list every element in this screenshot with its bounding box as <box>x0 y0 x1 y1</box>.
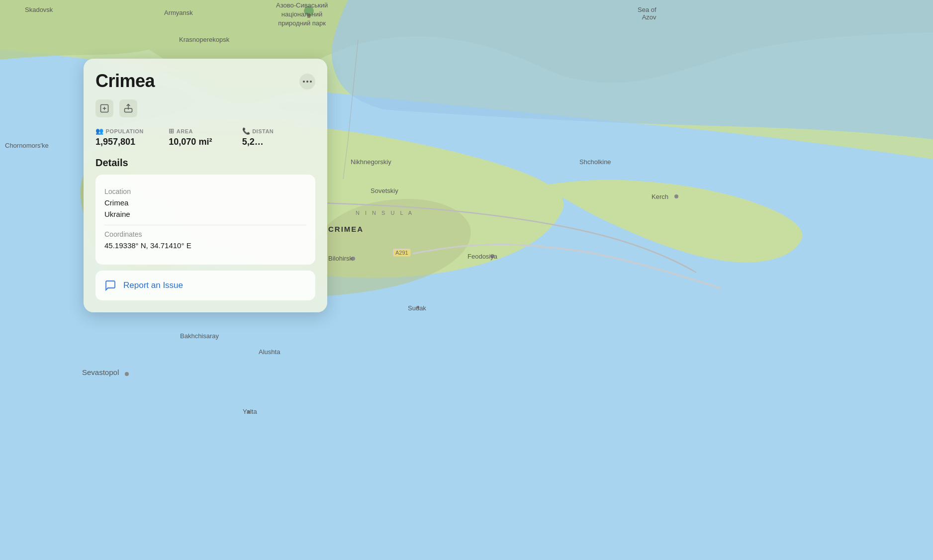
location-row: Location Crimea Ukraine <box>104 183 306 225</box>
stat-population: 👥 POPULATION 1,957,801 <box>95 127 169 147</box>
location-value: Crimea Ukraine <box>104 197 306 220</box>
coordinates-row: Coordinates 45.19338° N, 34.71410° E <box>104 225 306 257</box>
report-issue-card[interactable]: Report an Issue <box>95 271 315 300</box>
report-icon <box>104 280 116 291</box>
stat-population-value: 1,957,801 <box>95 137 169 147</box>
share-icon <box>123 103 133 113</box>
svg-point-8 <box>247 410 250 413</box>
info-panel: Crimea <box>84 59 327 312</box>
stat-area-label: ⊞ AREA <box>169 127 242 135</box>
stat-area-value: 10,070 mi² <box>169 137 242 147</box>
more-button[interactable] <box>299 74 315 90</box>
stat-distance-value: 5,2… <box>242 137 315 147</box>
report-label: Report an Issue <box>123 280 183 290</box>
plus-square-icon <box>99 103 109 113</box>
message-square-icon <box>104 280 116 291</box>
svg-point-4 <box>490 254 494 258</box>
action-row <box>95 99 315 117</box>
panel-title: Crimea <box>95 71 155 92</box>
svg-point-6 <box>416 306 419 309</box>
population-icon: 👥 <box>95 127 104 135</box>
location-label: Location <box>104 187 306 195</box>
svg-point-3 <box>351 257 355 261</box>
stat-area: ⊞ AREA 10,070 mi² <box>169 127 242 147</box>
details-card: Location Crimea Ukraine Coordinates 45.1… <box>95 175 315 265</box>
more-dots-icon <box>303 81 312 83</box>
svg-rect-2 <box>307 14 310 18</box>
stats-row: 👥 POPULATION 1,957,801 ⊞ AREA 10,070 mi²… <box>95 127 315 147</box>
coordinates-value: 45.19338° N, 34.71410° E <box>104 240 306 252</box>
stat-population-label: 👥 POPULATION <box>95 127 169 135</box>
distance-icon: 📞 <box>242 127 251 135</box>
stat-distance: 📞 DISTAN 5,2… <box>242 127 315 147</box>
share-button[interactable] <box>119 99 137 117</box>
coordinates-label: Coordinates <box>104 230 306 238</box>
add-button[interactable] <box>95 99 113 117</box>
details-heading: Details <box>95 157 315 169</box>
panel-header: Crimea <box>95 71 315 92</box>
area-icon: ⊞ <box>169 127 175 135</box>
stat-distance-label: 📞 DISTAN <box>242 127 315 135</box>
svg-point-7 <box>125 372 129 376</box>
svg-point-5 <box>674 194 678 198</box>
